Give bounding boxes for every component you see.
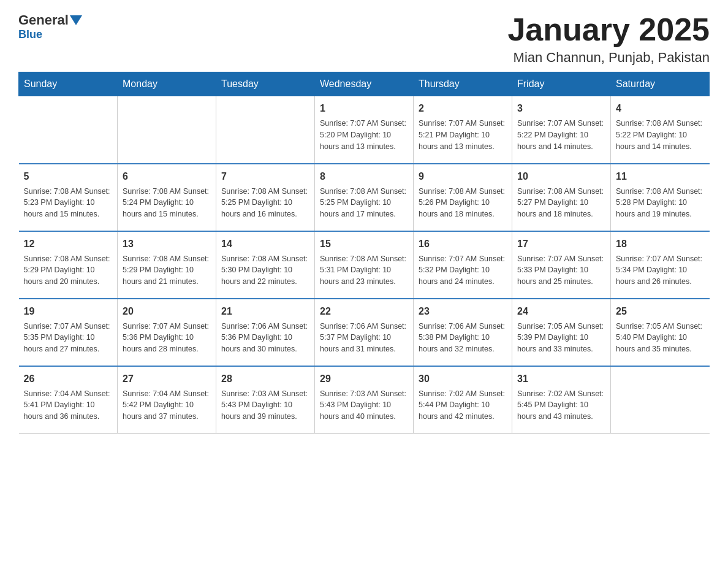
day-of-week-header: Monday [118, 72, 216, 96]
day-number: 21 [221, 304, 309, 319]
day-number: 1 [320, 101, 408, 116]
day-number: 8 [320, 169, 408, 184]
day-of-week-header: Sunday [19, 72, 118, 96]
calendar-cell: 30Sunrise: 7:02 AM Sunset: 5:44 PM Dayli… [414, 366, 512, 434]
main-title: January 2025 [507, 12, 710, 47]
calendar-cell: 2Sunrise: 7:07 AM Sunset: 5:21 PM Daylig… [414, 96, 512, 164]
logo-triangle-icon [70, 15, 82, 25]
calendar-header-row: SundayMondayTuesdayWednesdayThursdayFrid… [19, 72, 710, 96]
calendar-cell: 16Sunrise: 7:07 AM Sunset: 5:32 PM Dayli… [414, 231, 512, 299]
day-info: Sunrise: 7:07 AM Sunset: 5:20 PM Dayligh… [320, 118, 408, 152]
day-info: Sunrise: 7:07 AM Sunset: 5:21 PM Dayligh… [419, 118, 507, 152]
day-info: Sunrise: 7:08 AM Sunset: 5:24 PM Dayligh… [123, 186, 211, 220]
day-of-week-header: Thursday [414, 72, 512, 96]
day-number: 4 [616, 101, 705, 116]
day-info: Sunrise: 7:08 AM Sunset: 5:30 PM Dayligh… [221, 253, 309, 288]
day-info: Sunrise: 7:08 AM Sunset: 5:23 PM Dayligh… [24, 186, 113, 220]
day-info: Sunrise: 7:04 AM Sunset: 5:42 PM Dayligh… [123, 388, 211, 423]
day-info: Sunrise: 7:05 AM Sunset: 5:40 PM Dayligh… [616, 321, 705, 355]
day-of-week-header: Saturday [611, 72, 710, 96]
day-number: 30 [419, 372, 507, 386]
day-info: Sunrise: 7:06 AM Sunset: 5:38 PM Dayligh… [419, 321, 507, 355]
calendar-cell: 19Sunrise: 7:07 AM Sunset: 5:35 PM Dayli… [19, 299, 118, 366]
day-info: Sunrise: 7:08 AM Sunset: 5:27 PM Dayligh… [517, 186, 605, 220]
calendar-cell: 1Sunrise: 7:07 AM Sunset: 5:20 PM Daylig… [315, 96, 414, 164]
logo: General Blue [18, 12, 83, 41]
calendar-week-row: 26Sunrise: 7:04 AM Sunset: 5:41 PM Dayli… [19, 366, 710, 434]
day-info: Sunrise: 7:07 AM Sunset: 5:35 PM Dayligh… [24, 321, 113, 355]
day-info: Sunrise: 7:08 AM Sunset: 5:25 PM Dayligh… [221, 186, 309, 220]
day-number: 7 [221, 169, 309, 184]
calendar-week-row: 1Sunrise: 7:07 AM Sunset: 5:20 PM Daylig… [19, 96, 710, 164]
day-info: Sunrise: 7:06 AM Sunset: 5:36 PM Dayligh… [221, 321, 309, 355]
day-number: 22 [320, 304, 408, 319]
calendar-cell: 5Sunrise: 7:08 AM Sunset: 5:23 PM Daylig… [19, 164, 118, 231]
day-of-week-header: Tuesday [216, 72, 315, 96]
day-info: Sunrise: 7:03 AM Sunset: 5:43 PM Dayligh… [221, 388, 309, 423]
day-number: 27 [123, 372, 211, 386]
day-number: 5 [24, 169, 113, 184]
calendar-cell: 11Sunrise: 7:08 AM Sunset: 5:28 PM Dayli… [611, 164, 710, 231]
day-info: Sunrise: 7:08 AM Sunset: 5:25 PM Dayligh… [320, 186, 408, 220]
day-info: Sunrise: 7:05 AM Sunset: 5:39 PM Dayligh… [517, 321, 605, 355]
calendar-cell: 7Sunrise: 7:08 AM Sunset: 5:25 PM Daylig… [216, 164, 315, 231]
calendar-cell: 10Sunrise: 7:08 AM Sunset: 5:27 PM Dayli… [512, 164, 611, 231]
calendar-table: SundayMondayTuesdayWednesdayThursdayFrid… [18, 72, 710, 434]
day-number: 15 [320, 237, 408, 251]
day-info: Sunrise: 7:07 AM Sunset: 5:36 PM Dayligh… [123, 321, 211, 355]
day-info: Sunrise: 7:07 AM Sunset: 5:32 PM Dayligh… [419, 253, 507, 288]
day-number: 6 [123, 169, 211, 184]
day-info: Sunrise: 7:06 AM Sunset: 5:37 PM Dayligh… [320, 321, 408, 355]
day-number: 24 [517, 304, 605, 319]
calendar-cell: 12Sunrise: 7:08 AM Sunset: 5:29 PM Dayli… [19, 231, 118, 299]
calendar-week-row: 5Sunrise: 7:08 AM Sunset: 5:23 PM Daylig… [19, 164, 710, 231]
page-header: General Blue January 2025 Mian Channun, … [18, 12, 710, 66]
calendar-cell [19, 96, 118, 164]
day-of-week-header: Friday [512, 72, 611, 96]
calendar-cell: 17Sunrise: 7:07 AM Sunset: 5:33 PM Dayli… [512, 231, 611, 299]
day-number: 11 [616, 169, 705, 184]
day-info: Sunrise: 7:02 AM Sunset: 5:45 PM Dayligh… [517, 388, 605, 423]
logo-general-text: General [18, 12, 69, 28]
day-number: 3 [517, 101, 605, 116]
calendar-cell [118, 96, 216, 164]
calendar-cell: 26Sunrise: 7:04 AM Sunset: 5:41 PM Dayli… [19, 366, 118, 434]
calendar-cell: 29Sunrise: 7:03 AM Sunset: 5:43 PM Dayli… [315, 366, 414, 434]
title-block: January 2025 Mian Channun, Punjab, Pakis… [507, 12, 710, 66]
subtitle: Mian Channun, Punjab, Pakistan [507, 50, 710, 66]
day-info: Sunrise: 7:08 AM Sunset: 5:29 PM Dayligh… [24, 253, 113, 288]
day-number: 28 [221, 372, 309, 386]
calendar-cell: 23Sunrise: 7:06 AM Sunset: 5:38 PM Dayli… [414, 299, 512, 366]
calendar-cell: 20Sunrise: 7:07 AM Sunset: 5:36 PM Dayli… [118, 299, 216, 366]
calendar-cell: 4Sunrise: 7:08 AM Sunset: 5:22 PM Daylig… [611, 96, 710, 164]
calendar-cell: 22Sunrise: 7:06 AM Sunset: 5:37 PM Dayli… [315, 299, 414, 366]
day-info: Sunrise: 7:03 AM Sunset: 5:43 PM Dayligh… [320, 388, 408, 423]
day-info: Sunrise: 7:07 AM Sunset: 5:33 PM Dayligh… [517, 253, 605, 288]
day-number: 29 [320, 372, 408, 386]
day-number: 17 [517, 237, 605, 251]
calendar-cell: 24Sunrise: 7:05 AM Sunset: 5:39 PM Dayli… [512, 299, 611, 366]
calendar-cell: 8Sunrise: 7:08 AM Sunset: 5:25 PM Daylig… [315, 164, 414, 231]
calendar-week-row: 19Sunrise: 7:07 AM Sunset: 5:35 PM Dayli… [19, 299, 710, 366]
calendar-cell: 6Sunrise: 7:08 AM Sunset: 5:24 PM Daylig… [118, 164, 216, 231]
day-number: 9 [419, 169, 507, 184]
calendar-cell: 28Sunrise: 7:03 AM Sunset: 5:43 PM Dayli… [216, 366, 315, 434]
day-number: 23 [419, 304, 507, 319]
calendar-cell: 13Sunrise: 7:08 AM Sunset: 5:29 PM Dayli… [118, 231, 216, 299]
day-number: 20 [123, 304, 211, 319]
calendar-cell: 25Sunrise: 7:05 AM Sunset: 5:40 PM Dayli… [611, 299, 710, 366]
logo-blue-text: Blue [18, 28, 42, 41]
day-info: Sunrise: 7:08 AM Sunset: 5:28 PM Dayligh… [616, 186, 705, 220]
calendar-cell: 15Sunrise: 7:08 AM Sunset: 5:31 PM Dayli… [315, 231, 414, 299]
day-info: Sunrise: 7:08 AM Sunset: 5:29 PM Dayligh… [123, 253, 211, 288]
calendar-cell: 31Sunrise: 7:02 AM Sunset: 5:45 PM Dayli… [512, 366, 611, 434]
day-number: 2 [419, 101, 507, 116]
day-number: 10 [517, 169, 605, 184]
day-number: 19 [24, 304, 113, 319]
calendar-week-row: 12Sunrise: 7:08 AM Sunset: 5:29 PM Dayli… [19, 231, 710, 299]
day-number: 16 [419, 237, 507, 251]
day-info: Sunrise: 7:08 AM Sunset: 5:31 PM Dayligh… [320, 253, 408, 288]
calendar-cell: 18Sunrise: 7:07 AM Sunset: 5:34 PM Dayli… [611, 231, 710, 299]
calendar-cell: 9Sunrise: 7:08 AM Sunset: 5:26 PM Daylig… [414, 164, 512, 231]
day-info: Sunrise: 7:04 AM Sunset: 5:41 PM Dayligh… [24, 388, 113, 423]
